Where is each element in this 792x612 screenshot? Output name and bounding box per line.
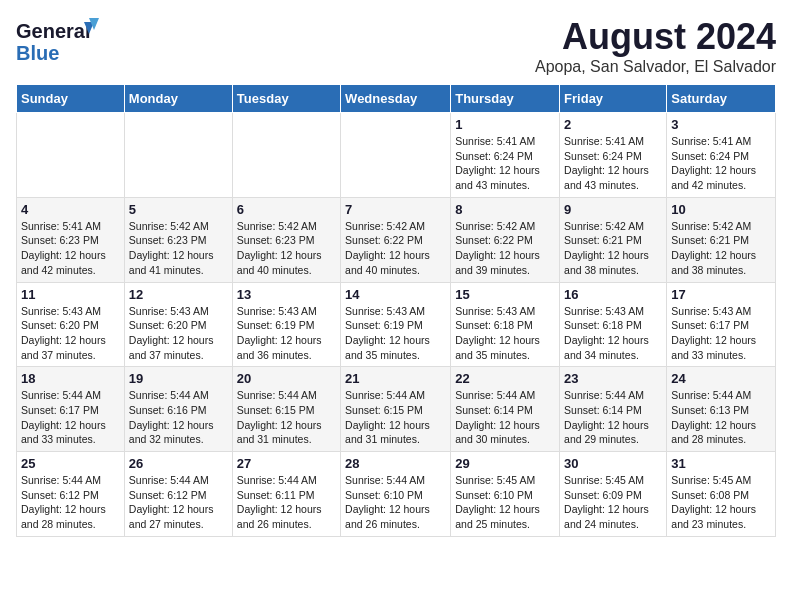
day-info: Sunrise: 5:44 AM Sunset: 6:17 PM Dayligh… — [21, 388, 120, 447]
day-info: Sunrise: 5:43 AM Sunset: 6:19 PM Dayligh… — [345, 304, 446, 363]
day-cell — [124, 113, 232, 198]
day-number: 15 — [455, 287, 555, 302]
day-info: Sunrise: 5:44 AM Sunset: 6:14 PM Dayligh… — [564, 388, 662, 447]
weekday-header-row: SundayMondayTuesdayWednesdayThursdayFrid… — [17, 85, 776, 113]
day-info: Sunrise: 5:43 AM Sunset: 6:18 PM Dayligh… — [455, 304, 555, 363]
day-number: 4 — [21, 202, 120, 217]
week-row-4: 18Sunrise: 5:44 AM Sunset: 6:17 PM Dayli… — [17, 367, 776, 452]
day-cell: 30Sunrise: 5:45 AM Sunset: 6:09 PM Dayli… — [560, 452, 667, 537]
day-info: Sunrise: 5:45 AM Sunset: 6:09 PM Dayligh… — [564, 473, 662, 532]
day-number: 3 — [671, 117, 771, 132]
day-number: 8 — [455, 202, 555, 217]
logo-svg: General Blue — [16, 16, 106, 66]
day-cell: 26Sunrise: 5:44 AM Sunset: 6:12 PM Dayli… — [124, 452, 232, 537]
day-info: Sunrise: 5:44 AM Sunset: 6:16 PM Dayligh… — [129, 388, 228, 447]
day-cell — [341, 113, 451, 198]
day-cell: 29Sunrise: 5:45 AM Sunset: 6:10 PM Dayli… — [451, 452, 560, 537]
day-cell: 31Sunrise: 5:45 AM Sunset: 6:08 PM Dayli… — [667, 452, 776, 537]
weekday-header-wednesday: Wednesday — [341, 85, 451, 113]
day-cell: 6Sunrise: 5:42 AM Sunset: 6:23 PM Daylig… — [232, 197, 340, 282]
day-info: Sunrise: 5:42 AM Sunset: 6:22 PM Dayligh… — [455, 219, 555, 278]
day-info: Sunrise: 5:42 AM Sunset: 6:21 PM Dayligh… — [564, 219, 662, 278]
day-cell: 17Sunrise: 5:43 AM Sunset: 6:17 PM Dayli… — [667, 282, 776, 367]
day-cell: 9Sunrise: 5:42 AM Sunset: 6:21 PM Daylig… — [560, 197, 667, 282]
calendar-table: SundayMondayTuesdayWednesdayThursdayFrid… — [16, 84, 776, 537]
svg-text:General: General — [16, 20, 90, 42]
day-cell: 27Sunrise: 5:44 AM Sunset: 6:11 PM Dayli… — [232, 452, 340, 537]
day-info: Sunrise: 5:44 AM Sunset: 6:11 PM Dayligh… — [237, 473, 336, 532]
day-number: 29 — [455, 456, 555, 471]
weekday-header-saturday: Saturday — [667, 85, 776, 113]
day-number: 26 — [129, 456, 228, 471]
day-number: 16 — [564, 287, 662, 302]
weekday-header-thursday: Thursday — [451, 85, 560, 113]
weekday-header-sunday: Sunday — [17, 85, 125, 113]
day-cell: 23Sunrise: 5:44 AM Sunset: 6:14 PM Dayli… — [560, 367, 667, 452]
day-info: Sunrise: 5:41 AM Sunset: 6:24 PM Dayligh… — [455, 134, 555, 193]
day-info: Sunrise: 5:43 AM Sunset: 6:20 PM Dayligh… — [21, 304, 120, 363]
day-cell — [17, 113, 125, 198]
day-cell: 12Sunrise: 5:43 AM Sunset: 6:20 PM Dayli… — [124, 282, 232, 367]
day-number: 30 — [564, 456, 662, 471]
day-cell: 25Sunrise: 5:44 AM Sunset: 6:12 PM Dayli… — [17, 452, 125, 537]
day-info: Sunrise: 5:41 AM Sunset: 6:23 PM Dayligh… — [21, 219, 120, 278]
day-info: Sunrise: 5:43 AM Sunset: 6:18 PM Dayligh… — [564, 304, 662, 363]
day-number: 6 — [237, 202, 336, 217]
week-row-3: 11Sunrise: 5:43 AM Sunset: 6:20 PM Dayli… — [17, 282, 776, 367]
day-number: 7 — [345, 202, 446, 217]
logo: General Blue — [16, 16, 106, 66]
day-cell: 1Sunrise: 5:41 AM Sunset: 6:24 PM Daylig… — [451, 113, 560, 198]
svg-text:Blue: Blue — [16, 42, 59, 64]
weekday-header-tuesday: Tuesday — [232, 85, 340, 113]
day-cell: 18Sunrise: 5:44 AM Sunset: 6:17 PM Dayli… — [17, 367, 125, 452]
day-cell: 8Sunrise: 5:42 AM Sunset: 6:22 PM Daylig… — [451, 197, 560, 282]
week-row-2: 4Sunrise: 5:41 AM Sunset: 6:23 PM Daylig… — [17, 197, 776, 282]
day-info: Sunrise: 5:42 AM Sunset: 6:23 PM Dayligh… — [237, 219, 336, 278]
day-info: Sunrise: 5:44 AM Sunset: 6:10 PM Dayligh… — [345, 473, 446, 532]
day-cell: 28Sunrise: 5:44 AM Sunset: 6:10 PM Dayli… — [341, 452, 451, 537]
day-number: 23 — [564, 371, 662, 386]
day-info: Sunrise: 5:44 AM Sunset: 6:14 PM Dayligh… — [455, 388, 555, 447]
day-info: Sunrise: 5:44 AM Sunset: 6:12 PM Dayligh… — [21, 473, 120, 532]
day-number: 22 — [455, 371, 555, 386]
day-number: 14 — [345, 287, 446, 302]
day-cell: 19Sunrise: 5:44 AM Sunset: 6:16 PM Dayli… — [124, 367, 232, 452]
day-info: Sunrise: 5:44 AM Sunset: 6:15 PM Dayligh… — [237, 388, 336, 447]
week-row-1: 1Sunrise: 5:41 AM Sunset: 6:24 PM Daylig… — [17, 113, 776, 198]
day-number: 21 — [345, 371, 446, 386]
day-info: Sunrise: 5:42 AM Sunset: 6:23 PM Dayligh… — [129, 219, 228, 278]
day-number: 19 — [129, 371, 228, 386]
day-number: 24 — [671, 371, 771, 386]
day-number: 5 — [129, 202, 228, 217]
day-cell: 7Sunrise: 5:42 AM Sunset: 6:22 PM Daylig… — [341, 197, 451, 282]
day-info: Sunrise: 5:45 AM Sunset: 6:08 PM Dayligh… — [671, 473, 771, 532]
day-cell — [232, 113, 340, 198]
day-number: 28 — [345, 456, 446, 471]
weekday-header-friday: Friday — [560, 85, 667, 113]
day-number: 20 — [237, 371, 336, 386]
day-cell: 2Sunrise: 5:41 AM Sunset: 6:24 PM Daylig… — [560, 113, 667, 198]
title-area: August 2024 Apopa, San Salvador, El Salv… — [535, 16, 776, 76]
month-title: August 2024 — [535, 16, 776, 58]
day-cell: 24Sunrise: 5:44 AM Sunset: 6:13 PM Dayli… — [667, 367, 776, 452]
week-row-5: 25Sunrise: 5:44 AM Sunset: 6:12 PM Dayli… — [17, 452, 776, 537]
day-info: Sunrise: 5:43 AM Sunset: 6:20 PM Dayligh… — [129, 304, 228, 363]
day-info: Sunrise: 5:43 AM Sunset: 6:19 PM Dayligh… — [237, 304, 336, 363]
day-info: Sunrise: 5:41 AM Sunset: 6:24 PM Dayligh… — [671, 134, 771, 193]
day-cell: 21Sunrise: 5:44 AM Sunset: 6:15 PM Dayli… — [341, 367, 451, 452]
day-info: Sunrise: 5:43 AM Sunset: 6:17 PM Dayligh… — [671, 304, 771, 363]
day-number: 25 — [21, 456, 120, 471]
day-number: 12 — [129, 287, 228, 302]
day-cell: 5Sunrise: 5:42 AM Sunset: 6:23 PM Daylig… — [124, 197, 232, 282]
day-number: 2 — [564, 117, 662, 132]
day-cell: 16Sunrise: 5:43 AM Sunset: 6:18 PM Dayli… — [560, 282, 667, 367]
day-number: 18 — [21, 371, 120, 386]
day-number: 11 — [21, 287, 120, 302]
day-info: Sunrise: 5:44 AM Sunset: 6:15 PM Dayligh… — [345, 388, 446, 447]
day-number: 1 — [455, 117, 555, 132]
day-cell: 14Sunrise: 5:43 AM Sunset: 6:19 PM Dayli… — [341, 282, 451, 367]
day-info: Sunrise: 5:42 AM Sunset: 6:22 PM Dayligh… — [345, 219, 446, 278]
day-number: 10 — [671, 202, 771, 217]
location: Apopa, San Salvador, El Salvador — [535, 58, 776, 76]
day-cell: 20Sunrise: 5:44 AM Sunset: 6:15 PM Dayli… — [232, 367, 340, 452]
